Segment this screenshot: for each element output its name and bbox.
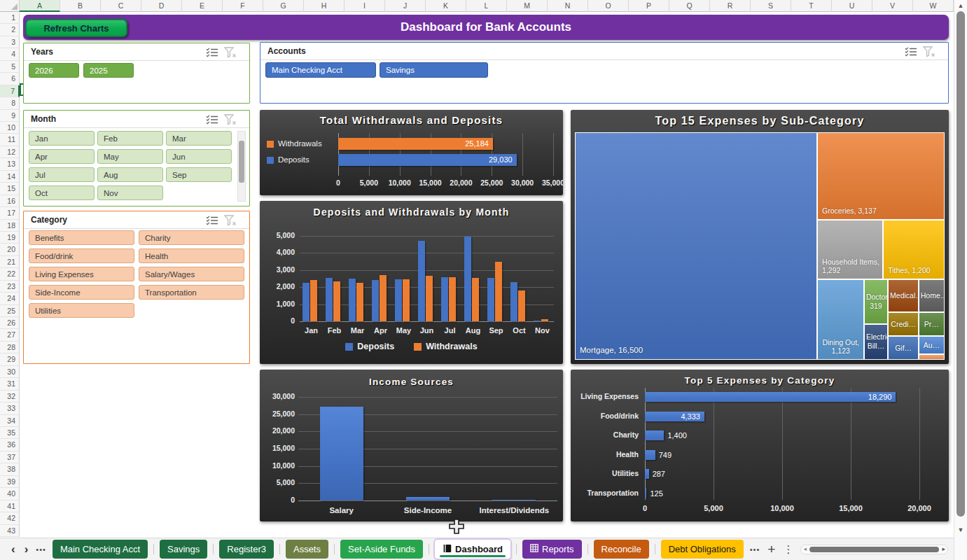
- row-header-37[interactable]: 37: [0, 451, 20, 463]
- column-header-H[interactable]: H: [304, 0, 345, 12]
- month-item-may[interactable]: May: [97, 149, 163, 164]
- row-header-10[interactable]: 10: [0, 122, 20, 134]
- category-item-charity[interactable]: Charity: [139, 230, 244, 245]
- chart-top5-expenses-by-category[interactable]: Top 5 Expenses by Category 05,00010,0001…: [571, 370, 949, 522]
- category-item-food-drink[interactable]: Food/drink: [29, 248, 134, 263]
- row-header-34[interactable]: 34: [0, 415, 20, 427]
- row-header-24[interactable]: 24: [0, 293, 20, 304]
- refresh-charts-button[interactable]: Refresh Charts: [25, 19, 127, 37]
- scroll-left-arrow-icon[interactable]: ◂: [803, 546, 807, 552]
- month-item-feb[interactable]: Feb: [97, 131, 163, 146]
- row-header-23[interactable]: 23: [0, 281, 20, 293]
- column-header-R[interactable]: R: [710, 0, 751, 12]
- row-header-13[interactable]: 13: [0, 158, 20, 170]
- row-header-6[interactable]: 6: [0, 73, 20, 85]
- add-sheet-button[interactable]: +: [766, 542, 777, 556]
- years-item-2025[interactable]: 2025: [83, 63, 134, 78]
- row-header-27[interactable]: 27: [0, 329, 20, 341]
- row-header-2[interactable]: 2: [0, 24, 20, 36]
- row-header-18[interactable]: 18: [0, 220, 20, 232]
- row-header-8[interactable]: 8: [0, 97, 20, 109]
- chart-total-withdrawals-and-deposits[interactable]: Total Withdrawals and Deposits 05,00010,…: [260, 110, 563, 195]
- month-item-jul[interactable]: Jul: [29, 167, 95, 182]
- years-item-2026[interactable]: 2026: [29, 63, 79, 78]
- category-item-health[interactable]: Health: [139, 248, 244, 263]
- row-header-32[interactable]: 32: [0, 391, 20, 402]
- column-header-D[interactable]: D: [141, 0, 182, 12]
- multi-select-icon[interactable]: [206, 114, 218, 125]
- row-header-11[interactable]: 11: [0, 134, 20, 146]
- category-item-living-expenses[interactable]: Living Expenses: [29, 267, 134, 281]
- row-header-5[interactable]: 5: [0, 61, 20, 73]
- month-item-jun[interactable]: Jun: [166, 149, 232, 164]
- row-header-41[interactable]: 41: [0, 500, 20, 512]
- accounts-item-main-checking-acct[interactable]: Main Checking Acct: [265, 62, 376, 78]
- month-item-apr[interactable]: Apr: [29, 149, 95, 164]
- column-header-B[interactable]: B: [60, 0, 101, 12]
- tab-overflow-menu-icon[interactable]: ⋮: [783, 543, 794, 556]
- row-header-16[interactable]: 16: [0, 195, 20, 207]
- column-header-M[interactable]: M: [507, 0, 548, 12]
- row-header-29[interactable]: 29: [0, 354, 20, 365]
- clear-filter-icon[interactable]: [224, 215, 237, 226]
- chart-deposits-withdrawals-by-month[interactable]: Deposits and Withdrawals by Month 01,000…: [260, 201, 563, 364]
- more-sheets-right-icon[interactable]: •••: [750, 545, 760, 554]
- row-header-31[interactable]: 31: [0, 378, 20, 390]
- select-all-corner[interactable]: [0, 0, 20, 12]
- column-header-U[interactable]: U: [832, 0, 872, 12]
- category-item-salary-wages[interactable]: Salary/Wages: [139, 267, 244, 281]
- row-header-3[interactable]: 3: [0, 36, 20, 48]
- row-header-9[interactable]: 9: [0, 110, 20, 122]
- column-header-S[interactable]: S: [751, 0, 791, 12]
- column-header-G[interactable]: G: [263, 0, 304, 12]
- row-header-15[interactable]: 15: [0, 183, 20, 195]
- month-item-mar[interactable]: Mar: [166, 131, 232, 146]
- sheet-tab-dashboard[interactable]: Dashboard: [435, 540, 510, 559]
- month-item-jan[interactable]: Jan: [29, 131, 95, 146]
- sheet-tab-debt-obligations[interactable]: Debt Obligations: [661, 540, 744, 559]
- category-item-transportation[interactable]: Transportation: [139, 285, 244, 300]
- category-item-utilities[interactable]: Utilities: [29, 303, 134, 318]
- row-header-33[interactable]: 33: [0, 402, 20, 414]
- row-header-4[interactable]: 4: [0, 48, 20, 60]
- column-header-K[interactable]: K: [426, 0, 466, 12]
- column-header-O[interactable]: O: [588, 0, 629, 12]
- row-header-39[interactable]: 39: [0, 476, 20, 488]
- clear-filter-icon[interactable]: [923, 46, 935, 57]
- chart-income-sources[interactable]: Income Sources 05,00010,00015,00020,0002…: [260, 370, 563, 522]
- column-header-W[interactable]: W: [913, 0, 954, 12]
- category-item-benefits[interactable]: Benefits: [29, 230, 134, 245]
- sheet-tab-reports[interactable]: Reports: [522, 540, 582, 559]
- chart-top15-expenses-treemap[interactable]: Top 15 Expenses by Sub-Category Mortgage…: [571, 110, 949, 364]
- row-header-40[interactable]: 40: [0, 488, 20, 500]
- sheet-tab-register3[interactable]: Register3: [219, 540, 274, 559]
- column-header-I[interactable]: I: [345, 0, 385, 12]
- row-header-36[interactable]: 36: [0, 439, 20, 451]
- sheet-tab-assets[interactable]: Assets: [286, 540, 328, 559]
- row-header-12[interactable]: 12: [0, 146, 20, 158]
- row-header-17[interactable]: 17: [0, 207, 20, 219]
- multi-select-icon[interactable]: [905, 46, 917, 57]
- scrollbar-thumb[interactable]: [956, 11, 965, 517]
- column-header-L[interactable]: L: [466, 0, 507, 12]
- column-header-E[interactable]: E: [182, 0, 223, 12]
- column-header-P[interactable]: P: [629, 0, 669, 12]
- column-header-A[interactable]: A: [20, 0, 60, 12]
- scrollbar-thumb[interactable]: [239, 141, 244, 183]
- column-header-F[interactable]: F: [223, 0, 263, 12]
- row-header-35[interactable]: 35: [0, 427, 20, 439]
- row-header-28[interactable]: 28: [0, 342, 20, 354]
- multi-select-icon[interactable]: [206, 215, 218, 226]
- sheet-tab-set-aside-funds[interactable]: Set-Aside Funds: [340, 540, 423, 559]
- column-header-J[interactable]: J: [385, 0, 426, 12]
- row-header-22[interactable]: 22: [0, 268, 20, 280]
- row-header-43[interactable]: 43: [0, 525, 20, 537]
- horizontal-scrollbar[interactable]: ◂ ▸: [800, 545, 948, 554]
- sheet-tab-main-checking-acct[interactable]: Main Checking Acct: [53, 540, 148, 559]
- column-header-C[interactable]: C: [101, 0, 141, 12]
- more-sheets-left-icon[interactable]: •••: [36, 545, 46, 554]
- month-slicer-scrollbar[interactable]: [237, 131, 246, 202]
- row-header-20[interactable]: 20: [0, 244, 20, 255]
- row-header-26[interactable]: 26: [0, 317, 20, 329]
- row-header-1[interactable]: 1: [0, 12, 20, 24]
